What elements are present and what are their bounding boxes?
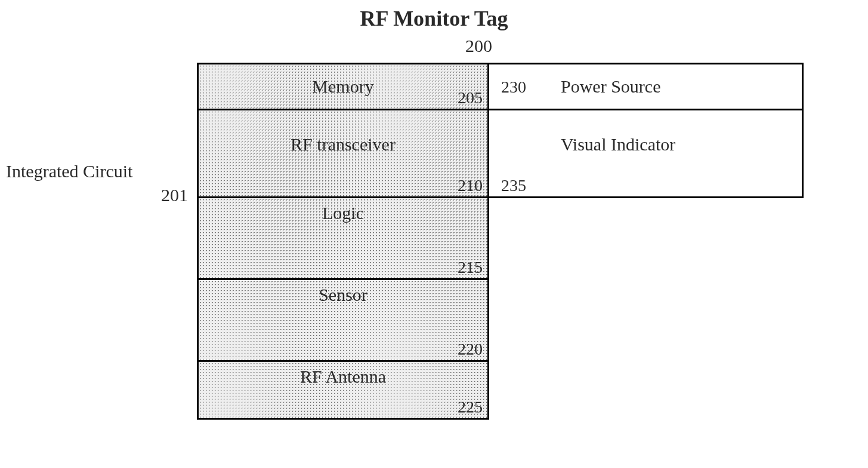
memory-block: Memory 205 (197, 63, 489, 110)
memory-label: Memory (199, 76, 487, 97)
rf-transceiver-label: RF transceiver (199, 134, 487, 155)
integrated-circuit-label: Integrated Circuit (6, 161, 191, 181)
power-source-ref: 230 (501, 78, 526, 97)
diagram-title: RF Monitor Tag (0, 6, 868, 31)
rf-antenna-label: RF Antenna (199, 367, 487, 387)
visual-indicator-block: Visual Indicator 235 (487, 109, 804, 198)
memory-ref: 205 (458, 88, 483, 107)
power-source-block: 230 Power Source (487, 63, 804, 110)
rf-antenna-ref: 225 (458, 398, 483, 417)
rf-transceiver-block: RF transceiver 210 (197, 109, 489, 198)
rf-antenna-block: RF Antenna 225 (197, 360, 489, 420)
logic-block: Logic 215 (197, 196, 489, 280)
assembly-ref: 200 (465, 36, 492, 56)
visual-indicator-ref: 235 (501, 176, 526, 195)
sensor-label: Sensor (199, 285, 487, 305)
visual-indicator-label: Visual Indicator (561, 134, 675, 155)
logic-ref: 215 (458, 258, 483, 277)
rf-transceiver-ref: 210 (458, 176, 483, 195)
logic-label: Logic (199, 203, 487, 223)
sensor-block: Sensor 220 (197, 278, 489, 362)
power-source-label: Power Source (561, 76, 660, 97)
sensor-ref: 220 (458, 340, 483, 359)
integrated-circuit-ref: 201 (161, 185, 188, 205)
